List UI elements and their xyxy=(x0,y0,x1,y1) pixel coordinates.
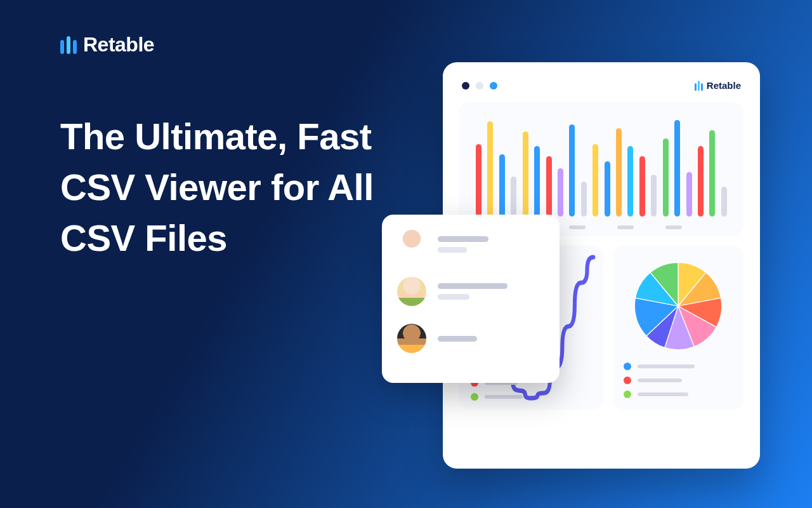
avatar xyxy=(396,229,428,260)
hero-banner: Retable The Ultimate, Fast CSV Viewer fo… xyxy=(0,0,812,508)
brand-logo: Retable xyxy=(60,33,154,57)
avatar xyxy=(396,323,428,354)
avatar xyxy=(396,276,428,307)
pie-chart-card xyxy=(613,246,743,410)
list-item xyxy=(396,276,546,307)
list-item xyxy=(396,323,546,354)
pie-chart xyxy=(631,258,726,354)
window-dots-icon xyxy=(462,82,497,90)
text-skeleton xyxy=(438,236,488,253)
text-skeleton xyxy=(438,336,477,342)
pie-chart-legend xyxy=(624,363,733,398)
brand-logo-mini: Retable xyxy=(695,80,741,91)
bar-chart xyxy=(476,116,727,217)
bars-icon xyxy=(60,36,77,54)
people-card xyxy=(382,215,560,383)
brand-name: Retable xyxy=(83,33,154,57)
brand-name-mini: Retable xyxy=(707,80,741,91)
headline: The Ultimate, Fast CSV Viewer for All CS… xyxy=(60,111,390,264)
dashboard-titlebar: Retable xyxy=(455,75,747,102)
text-skeleton xyxy=(438,283,508,300)
list-item xyxy=(396,229,546,260)
bars-icon xyxy=(695,81,703,91)
